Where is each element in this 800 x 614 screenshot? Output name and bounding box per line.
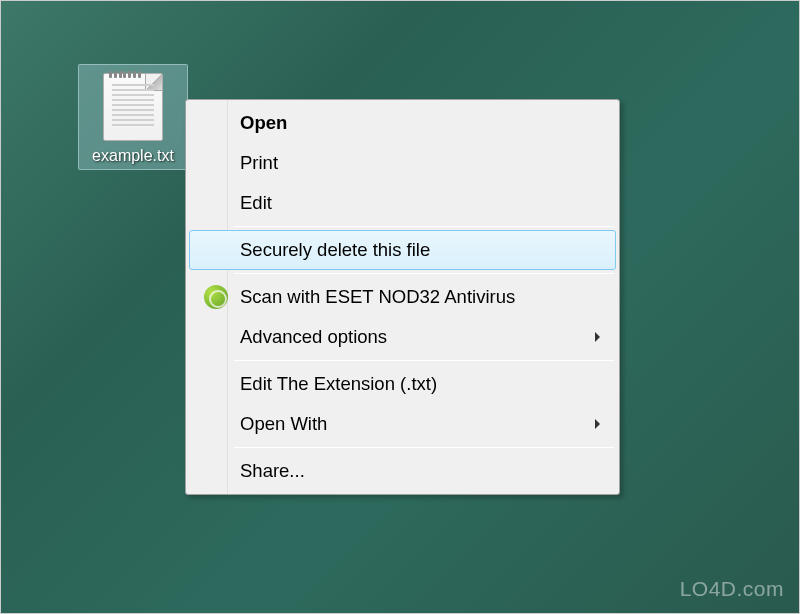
file-label: example.txt xyxy=(92,147,174,165)
menu-edit-extension[interactable]: Edit The Extension (.txt) xyxy=(189,364,616,404)
chevron-right-icon xyxy=(595,332,600,342)
notepad-spiral xyxy=(108,71,142,79)
menu-scan-eset[interactable]: Scan with ESET NOD32 Antivirus xyxy=(189,277,616,317)
menu-edit-label: Edit xyxy=(240,192,272,214)
menu-scan-eset-label: Scan with ESET NOD32 Antivirus xyxy=(240,286,515,308)
menu-open[interactable]: Open xyxy=(189,103,616,143)
separator-3 xyxy=(234,360,614,361)
menu-securely-delete-label: Securely delete this file xyxy=(240,239,430,261)
watermark: LO4D.com xyxy=(680,577,784,601)
chevron-right-icon xyxy=(595,419,600,429)
menu-open-label: Open xyxy=(240,112,287,134)
context-menu: Open Print Edit Securely delete this fil… xyxy=(185,99,620,495)
menu-print-label: Print xyxy=(240,152,278,174)
text-file-icon xyxy=(103,73,163,141)
separator-4 xyxy=(234,447,614,448)
menu-securely-delete[interactable]: Securely delete this file xyxy=(189,230,616,270)
desktop-file-icon[interactable]: example.txt xyxy=(78,64,188,170)
menu-print[interactable]: Print xyxy=(189,143,616,183)
menu-open-with-label: Open With xyxy=(240,413,327,435)
eset-icon xyxy=(204,285,228,309)
menu-share[interactable]: Share... xyxy=(189,451,616,491)
menu-advanced-options[interactable]: Advanced options xyxy=(189,317,616,357)
menu-edit-extension-label: Edit The Extension (.txt) xyxy=(240,373,437,395)
separator-1 xyxy=(234,226,614,227)
menu-edit[interactable]: Edit xyxy=(189,183,616,223)
separator-2 xyxy=(234,273,614,274)
menu-share-label: Share... xyxy=(240,460,305,482)
menu-open-with[interactable]: Open With xyxy=(189,404,616,444)
menu-advanced-options-label: Advanced options xyxy=(240,326,387,348)
